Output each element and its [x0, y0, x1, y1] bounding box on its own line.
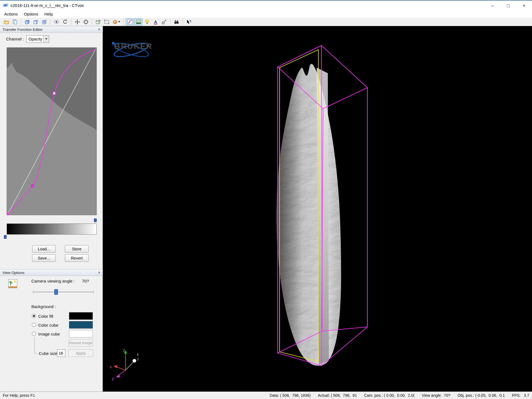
toolbar-separator — [182, 19, 183, 25]
color-fill-swatch[interactable] — [69, 312, 93, 320]
move-arrows-icon — [75, 19, 80, 25]
reset-view-button[interactable] — [82, 18, 90, 26]
transfer-function-panel-header[interactable]: Transfer Function Editor × — [0, 26, 103, 33]
volume-specimen — [277, 64, 341, 366]
x-axis-label: x — [110, 364, 112, 369]
maximize-button[interactable]: □ — [500, 1, 516, 11]
colormap-gradient-bar[interactable] — [7, 223, 97, 235]
transfer-function-close-icon[interactable]: × — [98, 27, 100, 31]
channel-dropdown-arrow-icon[interactable] — [43, 35, 49, 42]
menu-actions[interactable]: Actions — [1, 11, 21, 17]
title-bar[interactable]: c2016-111-lt-or-m_c_l__rec_tra - CTvox –… — [0, 0, 532, 10]
slider-tick — [93, 290, 94, 294]
lightbulb-icon — [144, 19, 150, 25]
toolbar-separator — [71, 19, 71, 25]
context-help-button[interactable]: ? — [185, 18, 193, 26]
slider-tick — [33, 290, 33, 294]
range-min-slider-handle[interactable] — [4, 235, 7, 239]
color-cube-label[interactable]: Color cube — [38, 323, 58, 327]
sphere-icon — [112, 19, 117, 24]
copy-image-button[interactable] — [11, 18, 19, 26]
menu-options[interactable]: Options — [21, 11, 41, 17]
status-actual-size: Actual: ( 508, 796, 91 — [318, 393, 357, 398]
camera-angle-slider-handle[interactable] — [54, 289, 58, 295]
clipping-box-button[interactable] — [103, 18, 111, 26]
help-cursor-icon: ? — [186, 19, 191, 25]
image-cube-label[interactable]: Image cube — [38, 332, 60, 336]
sphere-tool-button[interactable] — [111, 18, 122, 26]
cube-view-solid-button[interactable] — [23, 18, 31, 26]
find-button[interactable] — [172, 18, 180, 26]
status-camera-position: Cam. pos.: ( 0.00, 0.00, 2.0( — [364, 393, 415, 398]
status-bar: For Help, press F1 Data: ( 508, 796, 183… — [0, 392, 532, 399]
x-axis-arrow-icon — [114, 365, 117, 368]
bounding-box-button[interactable] — [94, 18, 102, 26]
color-fill-radio[interactable] — [32, 314, 36, 318]
curve-control-point[interactable] — [7, 213, 9, 215]
camera-angle-value: 70? — [82, 279, 89, 283]
eye-icon — [54, 19, 59, 25]
color-cube-radio[interactable] — [32, 323, 36, 327]
status-data-size: Data: ( 508, 796, 1836) — [270, 393, 311, 398]
open-folder-icon — [4, 19, 9, 25]
channel-select[interactable]: Opacity — [26, 35, 49, 43]
status-object-position: Obj. pos.: (-0.05, 0.06, 0.1 — [457, 393, 505, 398]
channel-selected-value: Opacity — [27, 37, 43, 41]
crosshair-icon — [83, 19, 89, 25]
cube-solid-icon — [24, 19, 30, 25]
transfer-function-panel-title: Transfer Function Editor — [2, 27, 42, 32]
view-options-button[interactable] — [134, 18, 142, 26]
binoculars-icon — [174, 19, 179, 25]
scenery-thumbnail-icon — [8, 279, 17, 289]
image-cube-field[interactable] — [69, 330, 93, 337]
view-options-panel-header[interactable]: View Options × — [0, 269, 103, 276]
transform-tool-button[interactable] — [160, 18, 168, 26]
view-options-close-icon[interactable]: × — [98, 271, 100, 275]
ctvox-window: c2016-111-lt-or-m_c_l__rec_tra - CTvox –… — [0, 0, 532, 399]
apply-button[interactable]: Apply — [68, 349, 93, 357]
minimize-button[interactable]: – — [485, 1, 500, 11]
pan-view-button[interactable] — [73, 18, 81, 26]
store-button[interactable]: Store — [65, 245, 89, 253]
lighting-button[interactable] — [143, 18, 151, 26]
cube-size-input[interactable] — [57, 349, 65, 357]
copy-icon — [12, 19, 18, 25]
cube-view-grid-button[interactable] — [40, 18, 48, 26]
volume-render-scene: BRUKER z x y I — [103, 26, 532, 392]
status-fps: FPS: 3.7 — [512, 393, 529, 398]
volume-viewport[interactable]: BRUKER z x y I — [103, 26, 532, 392]
toolbar-separator — [21, 19, 21, 25]
range-max-slider-handle[interactable] — [94, 218, 97, 222]
light-indicator[interactable] — [133, 359, 136, 363]
open-button[interactable] — [2, 18, 10, 26]
window-title: c2016-111-lt-or-m_c_l__rec_tra - CTvox — [11, 3, 84, 8]
curve-control-point[interactable] — [31, 185, 34, 187]
left-dock-panel: Transfer Function Editor × Channel : Opa… — [0, 26, 103, 392]
save-button[interactable]: Save... — [32, 254, 56, 262]
revert-button[interactable]: Revert — [65, 254, 89, 262]
load-button[interactable]: Load... — [32, 245, 56, 253]
preview-button[interactable] — [52, 18, 60, 26]
bruker-logo-text: BRUKER — [114, 42, 153, 50]
color-cube-swatch[interactable] — [69, 321, 93, 329]
image-cube-radio[interactable] — [32, 332, 36, 336]
curve-control-point[interactable] — [53, 92, 55, 95]
channel-label: Channel : — [6, 37, 24, 41]
cube-size-label: Cube size — [39, 351, 57, 356]
close-button[interactable]: × — [516, 1, 532, 11]
app-icon — [3, 2, 8, 8]
green-cube-icon — [95, 19, 101, 25]
camera-angle-slider[interactable] — [33, 292, 94, 292]
reload-image-button[interactable]: Reload image — [68, 339, 93, 347]
transfer-function-editor-button[interactable] — [126, 18, 134, 26]
rotate-view-button[interactable] — [61, 18, 69, 26]
color-fill-label[interactable]: Color fill — [38, 314, 53, 319]
text-annotation-button[interactable]: A — [152, 18, 160, 26]
transfer-function-curve-editor[interactable] — [7, 47, 97, 215]
svg-text:A: A — [154, 19, 157, 24]
menu-help[interactable]: Help — [41, 11, 56, 17]
cube-wire-icon — [33, 19, 39, 25]
svg-text:?: ? — [189, 20, 191, 24]
curve-chart-icon — [127, 19, 133, 25]
cube-view-wire-button[interactable] — [32, 18, 40, 26]
